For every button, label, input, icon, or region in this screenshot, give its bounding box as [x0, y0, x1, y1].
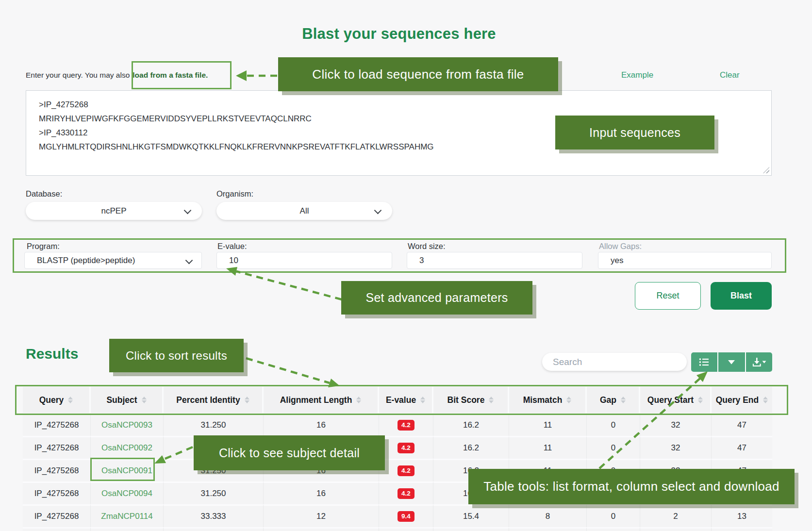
column-header-bit-score[interactable]: Bit Score	[433, 387, 509, 413]
sort-icon	[489, 397, 494, 403]
cell-query: IP_4275268	[23, 459, 91, 481]
callout-subject-detail: Click to see subject detail	[194, 435, 385, 470]
cell-gap: 0	[587, 413, 640, 436]
word-size-value: 3	[419, 256, 424, 266]
cell-percent-identity: 31.250	[164, 481, 264, 504]
download-icon	[752, 357, 766, 367]
cell-subject: OsaNCP0093	[91, 413, 164, 436]
table-row: IP_4275268 OsaNCP0093 31.250 16 4.2 16.2…	[23, 413, 772, 436]
cell-alignment-length: 16	[264, 413, 379, 436]
chevron-down-icon	[374, 207, 382, 215]
evalue-badge: 9.4	[398, 511, 414, 522]
database-select[interactable]: ncPEP	[26, 202, 202, 220]
blast-button[interactable]: Blast	[711, 282, 772, 310]
search-input[interactable]	[542, 353, 687, 371]
evalue-input[interactable]: 10	[216, 252, 392, 269]
database-value: ncPEP	[101, 206, 127, 216]
subject-link[interactable]: OsaNCP0091	[101, 466, 152, 475]
reset-button[interactable]: Reset	[635, 282, 701, 310]
results-heading: Results	[26, 346, 78, 362]
cell-bit-score: 16.2	[433, 436, 509, 459]
evalue-badge: 4.2	[398, 420, 414, 431]
page-title: Blast your sequences here	[24, 25, 774, 43]
cell-subject: OsaNCP0094	[91, 481, 164, 504]
column-header-query[interactable]: Query	[23, 387, 91, 413]
evalue-badge: 4.2	[398, 465, 414, 476]
subject-link[interactable]: OsaNCP0093	[101, 420, 152, 430]
list-format-button[interactable]	[691, 352, 717, 372]
callout-input-sequences: Input sequences	[555, 116, 714, 149]
callout-advanced-params: Set advanced parameters	[341, 281, 532, 315]
subject-link[interactable]: OsaNCP0092	[101, 443, 152, 452]
column-header-alignment-length[interactable]: Alignment Length	[264, 387, 379, 413]
cell-mismatch: 8	[509, 504, 587, 527]
cell-gap: 0	[587, 504, 640, 527]
download-button[interactable]	[745, 352, 772, 372]
word-size-label: Word size:	[408, 242, 446, 251]
cell-bit-score: 15.4	[433, 504, 509, 527]
cell-query-start: 2	[640, 504, 712, 527]
table-header-row: Query Subject Percent Identity Alignment…	[23, 387, 772, 413]
subject-link[interactable]: ZmaNCP0114	[101, 512, 152, 521]
cell-e-value: 4.2	[379, 481, 433, 504]
allow-gaps-label: Allow Gaps:	[599, 242, 642, 251]
column-header-query-end[interactable]: Query End	[712, 387, 772, 413]
evalue-label: E-value:	[217, 242, 247, 251]
load-fasta-link[interactable]: load from a fasta file.	[133, 71, 208, 79]
cell-query: IP_4275268	[23, 504, 91, 527]
cell-e-value: 9.4	[379, 504, 433, 527]
allow-gaps-value: yes	[611, 256, 623, 266]
table-row-partial	[23, 527, 772, 531]
column-select-button[interactable]	[717, 352, 745, 372]
cell-percent-identity: 31.250	[164, 413, 264, 436]
sort-icon	[142, 397, 147, 403]
database-label: Database:	[26, 189, 62, 199]
sort-icon	[356, 397, 361, 403]
evalue-badge: 4.2	[398, 488, 414, 499]
example-link[interactable]: Example	[621, 70, 653, 80]
organism-select[interactable]: All	[216, 202, 392, 220]
clear-link[interactable]: Clear	[720, 70, 740, 80]
cell-query-start: 32	[640, 413, 712, 436]
caret-down-icon	[728, 360, 735, 365]
column-header-gap[interactable]: Gap	[587, 387, 640, 413]
organism-value: All	[300, 206, 309, 216]
column-header-mismatch[interactable]: Mismatch	[509, 387, 587, 413]
program-select[interactable]: BLASTP (peptide>peptide)	[24, 252, 202, 269]
table-tools-group	[691, 352, 772, 372]
table-row: IP_4275268 OsaNCP0092 31.250 16 4.2 16.2…	[23, 436, 772, 459]
subject-link[interactable]: OsaNCP0094	[101, 489, 152, 498]
cell-subject: ZmaNCP0114	[91, 504, 164, 527]
column-header-subject[interactable]: Subject	[91, 387, 164, 413]
sort-icon	[245, 397, 249, 403]
sort-icon	[420, 397, 425, 403]
evalue-value: 10	[229, 256, 238, 266]
word-size-input[interactable]: 3	[407, 252, 582, 269]
callout-load-fasta: Click to load sequence from fasta file	[278, 57, 558, 91]
allow-gaps-input[interactable]: yes	[598, 252, 772, 269]
cell-subject: OsaNCP0092	[91, 436, 164, 459]
cell-e-value: 4.2	[379, 413, 433, 436]
cell-mismatch: 11	[509, 413, 587, 436]
sort-icon	[566, 397, 571, 403]
sort-icon	[698, 397, 703, 403]
column-header-e-value[interactable]: E-value	[379, 387, 433, 413]
cell-bit-score: 16.2	[433, 413, 509, 436]
cell-query: IP_4275268	[23, 436, 91, 459]
cell-alignment-length: 16	[264, 481, 379, 504]
cell-percent-identity: 33.333	[164, 504, 264, 527]
cell-query-end: 47	[712, 413, 772, 436]
column-header-percent-identity[interactable]: Percent Identity	[164, 387, 264, 413]
cell-subject: OsaNCP0091	[91, 459, 164, 481]
cell-query: IP_4275268	[23, 481, 91, 504]
cell-query-start: 32	[640, 436, 712, 459]
column-header-query-start[interactable]: Query Start	[640, 387, 712, 413]
organism-label: Organism:	[216, 189, 253, 199]
cell-e-value: 4.2	[379, 459, 433, 481]
sort-icon	[621, 397, 626, 403]
cell-query-end: 13	[712, 504, 772, 527]
list-format-icon	[698, 357, 710, 367]
results-table: Query Subject Percent Identity Alignment…	[23, 387, 772, 531]
cell-gap: 0	[587, 436, 640, 459]
query-prompt-text: Enter your query. You may also	[26, 71, 130, 79]
